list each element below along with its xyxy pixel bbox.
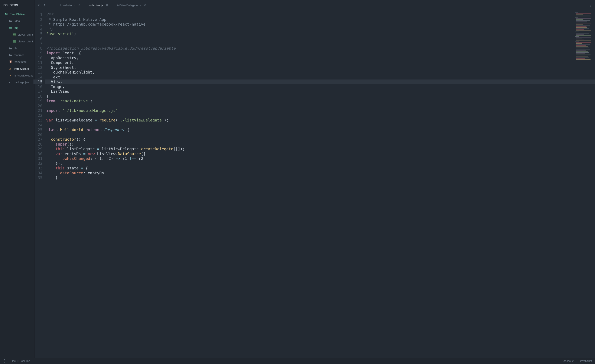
close-icon[interactable] — [144, 4, 146, 6]
code-line[interactable]: this.state = { — [46, 166, 595, 171]
tree-item-index-html[interactable]: 5index.html — [0, 58, 35, 65]
code-line[interactable]: class HelloWorld extends Component { — [46, 128, 595, 132]
code-line[interactable]: super(); — [46, 142, 595, 147]
line-number: 2 — [35, 17, 42, 22]
code-line[interactable]: /** — [46, 12, 595, 17]
code-line[interactable]: import './lib/moduleManager.js' — [46, 108, 595, 113]
code-line[interactable]: * https://github.com/facebook/react-nati… — [46, 22, 595, 27]
line-number: 32 — [35, 161, 42, 166]
line-number: 24 — [35, 123, 42, 128]
code-line[interactable]: var emptyDs = new ListView.DataSource({ — [46, 151, 595, 157]
pencil-icon[interactable] — [78, 4, 80, 6]
indent-setting[interactable]: Spaces: 2 — [562, 359, 574, 363]
statusbar-menu-icon[interactable] — [3, 359, 6, 363]
code-line[interactable]: }: — [46, 175, 595, 180]
code-line[interactable]: } — [46, 94, 595, 99]
code-line[interactable]: Component, — [46, 60, 595, 65]
tree-item-label: lib — [14, 47, 17, 50]
code-line[interactable] — [46, 36, 595, 41]
line-number: 6 — [35, 36, 42, 41]
tree-item-modules[interactable]: modules — [0, 52, 35, 58]
line-number: 17 — [35, 89, 42, 94]
code-line[interactable]: dataSource: emptyDs — [46, 171, 595, 176]
code-editor[interactable]: 1234567891011121314151617181920212223242… — [35, 10, 595, 358]
more-icon[interactable] — [589, 4, 592, 7]
code-line[interactable]: }); — [46, 161, 595, 166]
line-number: 5 — [35, 32, 42, 36]
line-number: 16 — [35, 84, 42, 89]
code-line[interactable] — [46, 132, 595, 137]
editor-panel: 1. webstormindex.ios.jslistViewDelegate.… — [35, 0, 595, 358]
tree-item-label: .idea — [14, 19, 20, 23]
line-number: 29 — [35, 147, 42, 151]
code-line[interactable]: * Sample React Native App — [46, 17, 595, 22]
tree-item-img[interactable]: img — [0, 24, 35, 31]
code-line[interactable]: StyleSheet, — [46, 65, 595, 70]
code-line[interactable]: 'use strict'; — [46, 32, 595, 36]
language-mode[interactable]: JavaScript — [580, 359, 592, 363]
tree-item-label: package.json — [14, 81, 30, 84]
tab-label: listViewDelegate.js — [117, 4, 141, 7]
tree-item-label: listViewDelegate — [14, 74, 33, 77]
code-line[interactable]: rowHasChanged: (r1, r2) => r1 !== r2 — [46, 156, 595, 161]
code-line[interactable]: Image, — [46, 84, 595, 89]
cursor-position[interactable]: Line 15, Column 8 — [11, 359, 32, 363]
sidebar: FOLDERS ReactNative.ideaimgplayer_btn_tr… — [0, 0, 35, 358]
code-line[interactable] — [46, 104, 595, 108]
line-number: 21 — [35, 108, 42, 113]
code-line[interactable]: var listViewDelegate = require('./listVi… — [46, 118, 595, 123]
svg-text:5: 5 — [10, 61, 11, 63]
tree-item-reactnative[interactable]: ReactNative — [0, 11, 35, 17]
code-line[interactable]: this.listDelegate = listViewDelegate.cre… — [46, 147, 595, 151]
folder-icon — [9, 19, 12, 23]
code-line[interactable] — [46, 113, 595, 118]
code-line[interactable]: import React, { — [46, 51, 595, 56]
code-line[interactable]: Text, — [46, 75, 595, 80]
code-line[interactable]: */ — [46, 27, 595, 32]
code-line[interactable]: constructor() { — [46, 137, 595, 142]
tree-item-player-btn-tra[interactable]: player_btn_tra — [0, 38, 35, 45]
folder-icon — [9, 53, 12, 57]
line-number: 20 — [35, 104, 42, 108]
file-tree: ReactNative.ideaimgplayer_btn_traplayer_… — [0, 10, 35, 358]
code-line[interactable]: ListView — [46, 89, 595, 94]
svg-point-3 — [14, 41, 14, 41]
tree-item-label: img — [14, 26, 18, 29]
line-number: 10 — [35, 56, 42, 61]
line-number: 28 — [35, 142, 42, 147]
code-line[interactable]: TouchableHighlight, — [46, 70, 595, 75]
workspace: FOLDERS ReactNative.ideaimgplayer_btn_tr… — [0, 0, 595, 358]
code-line[interactable]: View, — [45, 79, 595, 84]
tree-item-listviewdelegate[interactable]: JSlistViewDelegate — [0, 72, 35, 79]
line-number: 35 — [35, 175, 42, 180]
nav-back-icon[interactable] — [37, 3, 41, 7]
tree-item-label: player_btn_tra — [18, 40, 33, 43]
tree-item-label: index.html — [14, 60, 26, 64]
tree-item-index-ios-js[interactable]: JSindex.ios.js — [0, 65, 35, 72]
code-line[interactable]: AppRegistry, — [46, 56, 595, 61]
code-line[interactable] — [46, 41, 595, 46]
folder-icon — [9, 47, 12, 50]
close-icon[interactable] — [106, 4, 108, 6]
file-html-icon: 5 — [9, 60, 12, 64]
tree-item-package-json[interactable]: { }package.json — [0, 79, 35, 86]
gutter: 1234567891011121314151617181920212223242… — [35, 10, 45, 358]
line-number: 25 — [35, 128, 42, 132]
tab-listviewdelegate-js[interactable]: listViewDelegate.js — [112, 0, 150, 10]
code-line[interactable]: //noinspection JSUnresolvedVariable,JSUn… — [46, 46, 595, 51]
tree-item-player-btn-tra[interactable]: player_btn_tra — [0, 31, 35, 38]
svg-text:JS: JS — [9, 75, 12, 77]
code-line[interactable] — [46, 123, 595, 128]
tab-index-ios-js[interactable]: index.ios.js — [85, 0, 113, 10]
tree-item-label: index.ios.js — [14, 67, 29, 70]
code-line[interactable]: from 'react-native'; — [46, 99, 595, 104]
code-area[interactable]: /** * Sample React Native App * https://… — [45, 10, 595, 358]
image-icon — [13, 33, 16, 36]
tab-1-webstorm[interactable]: 1. webstorm — [50, 0, 85, 10]
svg-point-1 — [14, 34, 14, 34]
nav-forward-icon[interactable] — [43, 3, 46, 7]
line-number: 14 — [35, 75, 42, 80]
tree-item-lib[interactable]: lib — [0, 45, 35, 52]
file-js-icon: JS — [9, 74, 12, 77]
tree-item--idea[interactable]: .idea — [0, 17, 35, 24]
